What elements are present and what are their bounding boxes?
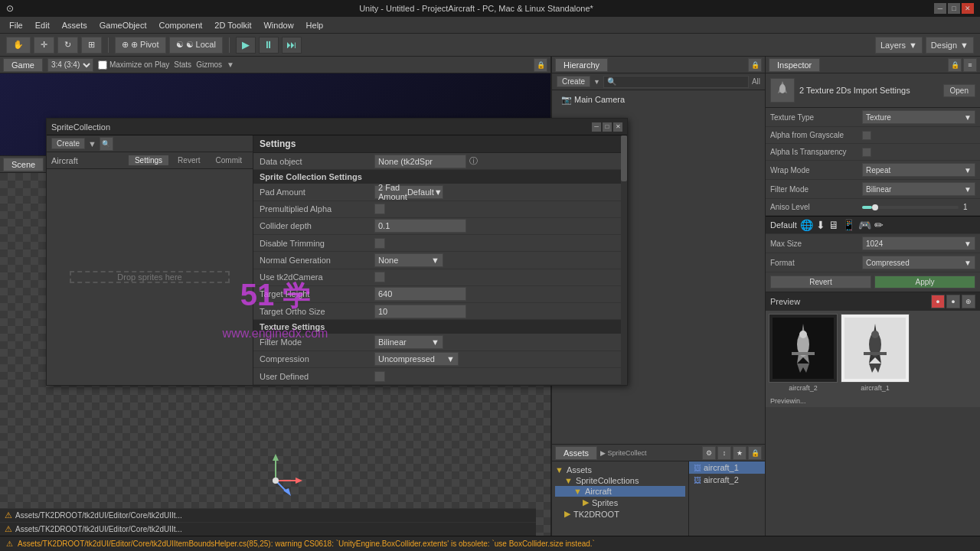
menu-window[interactable]: Window [257,19,299,31]
search-icon[interactable]: 🔍 [100,137,113,151]
use-tk2d-camera-checkbox[interactable] [374,272,385,282]
asset-aircraft-1-item[interactable]: 🖼 aircraft_1 [689,461,765,474]
tab-game[interactable]: Game [3,58,43,72]
tab-scene[interactable]: Scene [3,158,44,171]
asset-sprite-collections[interactable]: ▼ SpriteCollections [555,475,685,486]
user-defined-checkbox[interactable] [374,371,385,382]
alpha-grayscale-checkbox[interactable] [862,131,871,140]
close-button[interactable]: ✕ [962,3,974,14]
sprite-window-close-button[interactable]: ✕ [613,122,622,132]
assets-lock-icon[interactable]: 🔒 [748,446,762,460]
menu-edit[interactable]: Edit [29,19,56,31]
max-size-dropdown[interactable]: 1024 ▼ [862,236,975,250]
sprite-window-restore-button[interactable]: □ [603,122,612,132]
gizmos-button[interactable]: Gizmos [196,60,222,69]
format-label: Format [770,259,862,267]
compression-dropdown[interactable]: Uncompressed ▼ [374,352,459,366]
tab-hierarchy[interactable]: Hierarchy [555,58,608,72]
design-dropdown[interactable]: Design ▼ [926,37,974,54]
maximize-button[interactable]: □ [948,3,960,14]
hierarchy-lock-icon[interactable]: 🔒 [748,58,762,72]
settings-tab[interactable]: Settings [129,155,168,165]
wrap-mode-dropdown[interactable]: Repeat ▼ [862,163,975,177]
game-tab-lock-icon[interactable]: 🔒 [534,58,547,72]
hierarchy-create-button[interactable]: Create [557,76,590,87]
preview-grey-btn[interactable]: ● [946,295,960,308]
tab-inspector[interactable]: Inspector [769,58,820,72]
scale-tool-button[interactable]: ⊞ [81,37,102,54]
hierarchy-all-label[interactable]: All [752,77,760,86]
window-controls: ─ □ ✕ [934,3,974,14]
settings-section-header: Settings [253,135,621,153]
assets-sort-icon[interactable]: ↕ [717,446,731,460]
data-object-info-icon[interactable]: ⓘ [469,155,478,167]
hand-tool-button[interactable]: ✋ [6,37,31,54]
normal-generation-dropdown[interactable]: None ▼ [374,253,443,267]
move-tool-button[interactable]: ✛ [34,37,54,54]
target-ortho-input[interactable]: 10 [374,305,466,318]
apply-button[interactable]: Apply [874,276,975,289]
create-button[interactable]: Create [51,138,85,149]
menu-file[interactable]: File [3,19,29,31]
settings-scrollbar[interactable] [621,135,627,385]
settings-scrollbar-thumb[interactable] [621,135,627,181]
format-dropdown[interactable]: Compressed ▼ [862,256,975,269]
alpha-transparency-checkbox[interactable] [862,148,871,157]
drop-zone[interactable]: Drop sprites here [70,271,230,283]
pad-amount-row: Pad Amount 2 Fad Amount Default ▼ [253,184,621,201]
aniso-slider-thumb[interactable] [872,204,878,210]
inspector-open-button[interactable]: Open [943,84,975,97]
asset-aircraft-2-item[interactable]: 🖼 aircraft_2 [689,474,765,486]
menu-component[interactable]: Component [152,19,208,31]
filter-mode-insp-dropdown[interactable]: Bilinear ▼ [862,182,975,196]
revert-button[interactable]: Revert [770,276,871,289]
premultiplied-alpha-checkbox[interactable] [374,204,385,214]
maximize-on-play-checkbox[interactable] [98,60,107,70]
texture-type-dropdown[interactable]: Texture ▼ [862,110,975,124]
pause-button[interactable]: ⏸ [259,37,279,54]
revert-tab[interactable]: Revert [172,155,206,165]
pivot-button[interactable]: ⊕ ⊕ Pivot [115,37,166,54]
drop-zone-area[interactable]: Drop sprites here [47,169,253,385]
assets-star-icon[interactable]: ★ [733,446,746,460]
step-button[interactable]: ⏭ [282,37,302,54]
filter-mode-dropdown[interactable]: Bilinear ▼ [374,335,443,349]
menu-2dtoolkit[interactable]: 2D Toolkit [208,19,257,31]
filter-mode-value: Bilinear [378,337,407,347]
data-object-value[interactable]: None (tk2dSpr [374,155,466,168]
preview-red-btn[interactable]: ● [931,295,945,308]
menu-assets[interactable]: Assets [56,19,93,31]
local-button[interactable]: ☯ ☯ Local [169,37,223,54]
menu-gameobject[interactable]: GameObject [93,19,153,31]
hierarchy-item-main-camera[interactable]: 📷 Main Camera [555,93,762,106]
stats-button[interactable]: Stats [174,60,191,69]
console-text-1[interactable]: Assets/TK2DROOT/tk2dUI/Editor/Core/tk2dU… [15,511,182,520]
menu-help[interactable]: Help [300,19,330,31]
aniso-slider[interactable] [862,206,959,209]
resolution-select[interactable]: 3:4 (3:4) [47,58,93,72]
pad-amount-dropdown[interactable]: 2 Fad Amount Default ▼ [374,185,443,199]
disable-trimming-checkbox[interactable] [374,238,385,249]
target-height-input[interactable]: 640 [374,287,466,301]
rotate-tool-button[interactable]: ↻ [57,37,78,54]
tab-assets[interactable]: Assets [555,446,597,460]
sprite-window-minimize-button[interactable]: ─ [592,122,601,132]
play-button[interactable]: ▶ [236,37,256,54]
hierarchy-search-input[interactable] [603,76,749,88]
sprite-window-titlebar[interactable]: SpriteCollection ─ □ ✕ [47,119,627,135]
asset-sprites[interactable]: ▶ Sprites [555,497,685,508]
inspector-lock-icon[interactable]: 🔒 [948,58,962,72]
asset-root[interactable]: ▼ Assets [555,465,685,475]
assets-settings-icon[interactable]: ⚙ [702,446,716,460]
alpha-transparency-label: Alpha Is Transparency [770,148,862,156]
commit-tab[interactable]: Commit [210,155,248,165]
collider-depth-input[interactable]: 0.1 [374,219,466,233]
asset-tk2droot[interactable]: ▶ TK2DROOT [555,508,685,520]
texture-type-label: Texture Type [770,113,862,122]
asset-aircraft[interactable]: ▼ Aircraft [555,486,685,497]
inspector-menu-icon[interactable]: ≡ [963,58,977,72]
console-text-2[interactable]: Assets/TK2DROOT/tk2dUI/Editor/Core/tk2dU… [15,525,182,533]
preview-expand-icon[interactable]: ⊕ [962,295,975,308]
minimize-button[interactable]: ─ [934,3,946,14]
layers-dropdown[interactable]: Layers ▼ [875,37,923,54]
